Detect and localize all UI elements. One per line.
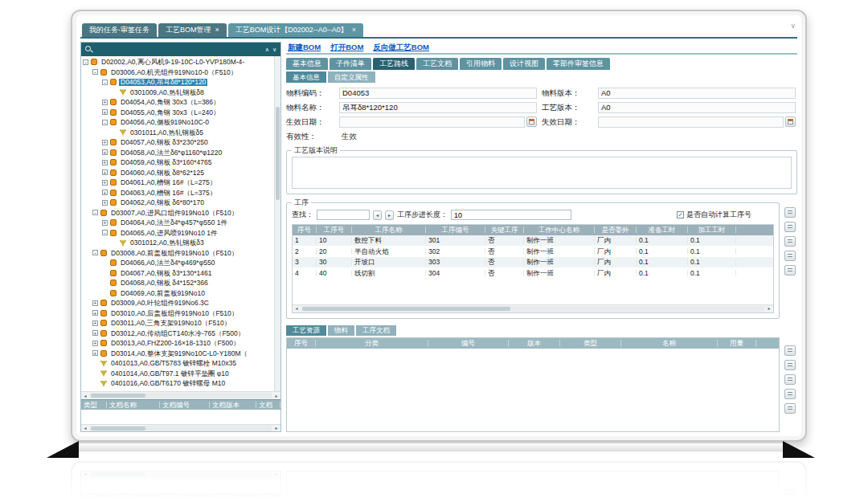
tree-item[interactable]: D03013,A0,FHZ200-16×18-1310（F500） — [81, 338, 274, 349]
scroll-right-icon[interactable]: ▸ — [765, 306, 773, 311]
tree-vertical-scrollbar[interactable] — [274, 56, 280, 391]
tree-item[interactable]: D04059,A0,钢板 δ3*160*4765 — [81, 157, 274, 168]
effective-date-field[interactable] — [339, 116, 537, 128]
tree-item[interactable]: 0401014,A0,GB/T97.1 镀锌平垫圈 φ10 — [81, 369, 274, 379]
content-tab[interactable]: 工艺路线 — [373, 58, 415, 70]
chevron-down-icon[interactable]: ∨ — [272, 47, 276, 52]
action-link[interactable]: 新建BOM — [288, 43, 321, 51]
tree-search-input[interactable] — [96, 43, 262, 56]
expander-icon[interactable] — [112, 240, 117, 246]
date-value[interactable] — [339, 116, 525, 128]
sub-tab[interactable]: 基本信息 — [286, 71, 326, 83]
expander-icon[interactable] — [102, 290, 108, 296]
date-value[interactable] — [598, 116, 784, 128]
expander-icon[interactable] — [102, 169, 108, 175]
content-tab[interactable]: 零部件审签信息 — [547, 58, 610, 70]
tree-item[interactable]: D02002,A0,离心风机9-19-10C-L0-YVP180M-4- — [81, 57, 274, 67]
table-tool-button[interactable] — [784, 345, 796, 356]
expander-icon[interactable] — [92, 69, 98, 75]
scroll-left-icon[interactable]: ◂ — [81, 426, 89, 431]
tree-item[interactable]: D04058,A0,法兰δ6*φ1160*φ1220 — [81, 148, 274, 158]
find-input[interactable] — [317, 210, 370, 220]
resource-tab[interactable]: 物料 — [328, 325, 354, 337]
table-tool-button[interactable] — [784, 389, 796, 399]
expander-icon[interactable] — [102, 160, 108, 165]
scrollbar-track[interactable] — [301, 306, 764, 312]
expander-icon[interactable] — [92, 210, 98, 215]
expander-icon[interactable] — [92, 381, 98, 386]
expander-icon[interactable] — [102, 100, 108, 105]
tree-item[interactable]: D03006,A0,机壳组件919No10-0（F510） — [81, 67, 274, 78]
tree-item[interactable]: D03007,A0,进风口组件919No10（F510） — [81, 208, 274, 218]
tree-item[interactable]: D04061,A0,槽钢 16#（L=275） — [81, 178, 274, 188]
content-tab[interactable]: 引用物料 — [460, 58, 502, 70]
close-icon[interactable]: × — [215, 27, 219, 34]
action-link[interactable]: 打开BOM — [330, 43, 363, 51]
expander-icon[interactable] — [92, 330, 98, 336]
tree-item[interactable]: D03012,A0,传动组CT140水冷-765（F500） — [81, 329, 274, 339]
content-tab[interactable]: 设计视图 — [503, 58, 545, 70]
chevron-down-icon[interactable]: ∨ — [790, 22, 796, 30]
tree-item[interactable]: D04060,A0,钢板 δ8*62*125 — [81, 168, 274, 178]
scrollbar-thumb[interactable] — [276, 107, 280, 201]
expander-icon[interactable] — [92, 350, 98, 356]
window-tab[interactable]: 我的任务-审签任务 — [82, 23, 157, 37]
table-tool-button[interactable] — [784, 251, 796, 261]
scroll-right-icon[interactable]: ▸ — [272, 394, 280, 398]
table-tool-button[interactable] — [784, 403, 796, 414]
material-code-field[interactable]: D04053 — [339, 88, 537, 99]
tree-item[interactable]: D04053,A0,吊耳δ8*120*120 — [81, 77, 274, 88]
scroll-left-icon[interactable]: ◂ — [81, 394, 89, 398]
scrollbar-track[interactable] — [90, 426, 272, 431]
process-version-note-input[interactable] — [292, 157, 792, 189]
expander-icon[interactable] — [102, 270, 108, 276]
process-version-field[interactable]: A0 — [598, 102, 796, 113]
tree-item[interactable]: D03008,A0,前盖板组件919No10（F510） — [81, 248, 274, 259]
tree-item[interactable]: 0301012,A0,热轧钢板δ3 — [81, 238, 274, 248]
tree-item[interactable]: D04062,A0,钢板 δ6*80*170 — [81, 198, 274, 208]
content-tab[interactable]: 工艺文档 — [416, 58, 458, 70]
resource-tab[interactable]: 工序文档 — [356, 325, 396, 337]
tree-item[interactable]: 0401013,A0,GB/T5783 镀锌螺栓 M10x35 — [81, 358, 274, 369]
expander-icon[interactable] — [102, 80, 108, 85]
checkbox-checked-icon[interactable]: ✓ — [677, 211, 684, 218]
window-tab[interactable]: 工艺BOM设计【D02002--A0--A0】 × — [228, 23, 363, 37]
scrollbar-thumb[interactable] — [302, 307, 510, 311]
table-tool-button[interactable] — [784, 222, 796, 232]
table-tool-button[interactable] — [784, 207, 796, 218]
calendar-icon[interactable] — [785, 116, 796, 127]
step-length-input[interactable] — [451, 210, 571, 220]
window-tab[interactable]: 工艺BOM管理 × — [158, 23, 227, 37]
scroll-left-icon[interactable]: ◂ — [293, 306, 301, 311]
tree-item[interactable]: 0301011,A0,热轧钢板δ5 — [81, 128, 274, 138]
expander-icon[interactable] — [102, 149, 108, 155]
tree-item[interactable]: D03014,A0,整体支架919No10C-L0-Y180M（ — [81, 349, 274, 359]
expander-icon[interactable] — [102, 140, 108, 145]
tree-item[interactable]: D04055,A0,角钢 30x3（L=240） — [81, 108, 274, 118]
resource-tab[interactable]: 工艺资源 — [286, 325, 326, 337]
tree-item[interactable]: D04066,A0,法兰δ4*φ469*φ550 — [81, 258, 274, 268]
expander-icon[interactable] — [102, 190, 108, 195]
expander-icon[interactable] — [92, 250, 98, 255]
table-horizontal-scrollbar[interactable]: ◂ ▸ — [293, 304, 773, 312]
scrollbar-thumb[interactable] — [91, 427, 145, 431]
expander-icon[interactable] — [102, 180, 108, 186]
tree-item[interactable]: D04054,A0,角钢 30x3（L=386） — [81, 97, 274, 108]
scrollbar-thumb[interactable] — [91, 394, 145, 398]
material-name-field[interactable]: 吊耳δ8*120*120 — [339, 102, 537, 113]
tree-item[interactable]: D04069,A0,前盖板919No10 — [81, 288, 274, 299]
expander-icon[interactable] — [92, 341, 98, 346]
tree-item[interactable]: D03009,A0,叶轮组件919No6.3C — [81, 298, 274, 308]
chevron-up-icon[interactable]: ∧ — [265, 47, 269, 52]
expander-icon[interactable] — [92, 300, 98, 306]
expander-icon[interactable] — [92, 370, 98, 376]
sub-tab[interactable]: 自定义属性 — [328, 71, 375, 83]
tree-item[interactable]: D04057,A0,钢板 δ3*230*250 — [81, 137, 274, 148]
expander-icon[interactable] — [102, 280, 108, 286]
tree-item[interactable]: 0401016,A0,GB/T6170 镀锌螺母 M10 — [81, 378, 274, 389]
prev-button[interactable]: ◂ — [373, 210, 382, 220]
tree-item[interactable]: D04068,A0,钢板 δ4*152*366 — [81, 278, 274, 288]
tree-horizontal-scrollbar[interactable]: ◂ ▸ — [81, 391, 280, 399]
expander-icon[interactable] — [102, 120, 108, 125]
expander-icon[interactable] — [112, 89, 117, 95]
